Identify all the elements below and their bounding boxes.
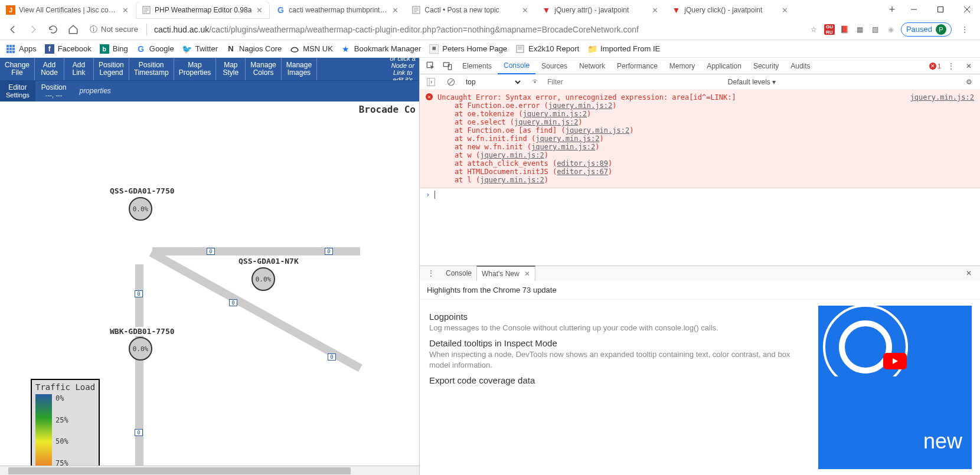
stack-link[interactable]: jquery.min.js:2 [523,110,587,118]
console-filter-input[interactable] [547,78,723,86]
bookmark-item[interactable]: bBing [100,44,128,54]
devtools-tab[interactable]: Audits [785,58,816,74]
log-level-dropdown[interactable]: Default levels ▾ [728,78,776,86]
bookmark-item[interactable]: NNagios Core [226,44,282,54]
device-toolbar-icon[interactable] [440,58,455,74]
bookmark-item[interactable]: 📁Imported From IE [587,44,660,54]
profile-paused-pill[interactable]: Paused P [901,22,952,37]
url-input[interactable]: cacti.hud.ac.uk/cacti/plugins/weathermap… [151,25,805,34]
drawer-tab[interactable]: What's New ✕ [476,266,535,281]
link-badge[interactable]: 0 [135,429,143,436]
wm-toolbar-button[interactable]: MapProperties [174,58,217,80]
wm-toolbar-button[interactable]: PositionTimestamp [129,58,174,80]
stack-link[interactable]: jquery.min.js:2 [566,126,629,135]
browser-tab[interactable]: Cacti • Post a new topic✕ [406,1,535,19]
browser-tab[interactable]: ▼jQuery click() - javatpoint✕ [665,1,795,19]
traffic-legend[interactable]: Traffic Load0%25%50%75%100% [31,379,100,466]
clear-console-icon[interactable] [443,74,459,90]
console-toggle-sidebar-icon[interactable] [423,74,439,90]
bookmark-item[interactable]: fFacebook [45,44,92,54]
whatsnew-content[interactable]: LogpointsLog messages to the Console wit… [420,300,810,476]
stack-link[interactable]: jquery.min.js:2 [514,118,578,126]
link-badge[interactable]: 0 [135,290,143,297]
whatsnew-video-banner[interactable]: new [818,306,972,470]
wm-toolbar-button[interactable]: PositionLegend [94,58,129,80]
browser-tab[interactable]: JView All Certificates | Jisc commu✕ [0,1,136,19]
ext-trello-icon[interactable]: ▦ [855,24,865,35]
devtools-tab[interactable]: Network [573,58,611,74]
browser-tab[interactable]: Gcacti weathermap thumbprints n✕ [270,1,406,19]
devtools-tab[interactable]: Performance [611,58,664,74]
error-source-link[interactable]: jquery.min.js:2 [910,93,974,101]
devtools-tab[interactable]: Sources [535,58,573,74]
home-button[interactable] [65,21,81,38]
ext-acc-icon[interactable]: ▧ [870,24,881,35]
security-indicator[interactable]: ⓘ Not secure [85,24,143,35]
stack-link[interactable]: editor.js:67 [557,168,608,176]
reload-button[interactable] [45,21,61,38]
horizontal-scrollbar[interactable] [0,466,419,475]
stack-link[interactable]: jquery.min.js:2 [480,151,544,159]
stack-link[interactable]: jquery.min.js:2 [548,101,612,110]
back-button[interactable] [5,21,21,38]
ext-pdf-icon[interactable]: 📕 [839,24,850,35]
close-button[interactable] [953,0,980,19]
console-settings-icon[interactable]: ⚙ [961,74,976,90]
link-badge[interactable]: 0 [229,299,237,306]
wm-toolbar-button[interactable]: ManageImages [282,58,317,80]
wm-toolbar2-button[interactable]: Position---, --- [35,81,73,101]
stack-link[interactable]: editor.js:89 [557,159,608,168]
console-output[interactable]: ✕ jquery.min.js:2 Uncaught Error: Syntax… [420,90,980,266]
link-badge[interactable]: 0 [328,353,336,361]
error-count-pill[interactable]: ✕1 [929,63,941,70]
bookmark-item[interactable]: Ex2k10 Report [515,44,579,54]
weathermap-canvas[interactable]: Brocade Co 0000000000QSS-GDA01-77500.0%Q… [0,101,419,466]
bookmark-item[interactable]: MSN UK [290,44,333,54]
tab-close-icon[interactable]: ✕ [524,270,530,278]
node[interactable]: 0.0% [129,197,152,221]
maximize-button[interactable] [927,0,953,19]
wm-toolbar2-button[interactable]: EditorSettings [0,81,35,101]
tab-close-icon[interactable]: ✕ [780,6,789,15]
devtools-tab[interactable]: Application [701,58,747,74]
stack-link[interactable]: jquery.min.js:2 [531,143,595,151]
browser-tab[interactable]: ▼jQuery attr() - javatpoint✕ [535,1,665,19]
drawer-close-icon[interactable]: ✕ [961,266,976,281]
node[interactable]: 0.0% [129,337,152,361]
ext-guru-icon[interactable]: GURU [824,24,835,35]
stack-link[interactable]: jquery.min.js:2 [480,176,544,184]
wm-toolbar-button[interactable]: ManageColors [246,58,281,80]
node[interactable]: 0.0% [251,267,275,291]
drawer-menu-icon[interactable]: ⋮ [423,266,439,281]
browser-tab[interactable]: PHP Weathermap Editor 0.98a✕ [136,1,270,19]
console-error-entry[interactable]: ✕ jquery.min.js:2 Uncaught Error: Syntax… [420,90,980,188]
ext-circle-icon[interactable]: ◉ [886,24,896,35]
tab-close-icon[interactable]: ✕ [391,6,400,15]
chrome-menu-button[interactable]: ⋮ [956,21,973,38]
devtools-tab[interactable]: Memory [664,58,701,74]
wm-toolbar-button[interactable]: MapStyle [216,58,246,80]
devtools-tab[interactable]: Security [747,58,785,74]
bookmark-star-icon[interactable]: ☆ [809,24,819,35]
bookmark-item[interactable]: ▦Peters Home Page [429,44,507,54]
link-badge[interactable]: 0 [207,248,215,255]
devtools-settings-icon[interactable]: ⋮ [943,58,959,74]
tab-close-icon[interactable]: ✕ [521,6,530,15]
wm-toolbar-button[interactable]: AddNode [35,58,64,80]
minimize-button[interactable] [900,0,927,19]
bookmark-item[interactable]: GGoogle [136,44,174,54]
console-prompt[interactable]: › [420,188,980,201]
inspect-element-icon[interactable] [423,58,439,74]
link-badge[interactable]: 0 [325,248,333,255]
drawer-tab[interactable]: Console [441,266,476,281]
wm-toolbar-button[interactable]: ChangeFile [0,58,35,80]
tab-close-icon[interactable]: ✕ [121,6,130,15]
tab-close-icon[interactable]: ✕ [255,6,264,15]
bookmark-item[interactable]: 🐦Twitter [182,44,218,54]
devtools-tab[interactable]: Console [498,58,535,74]
stack-link[interactable]: jquery.min.js:2 [535,135,599,143]
forward-button[interactable] [25,21,41,38]
context-select[interactable]: top [463,77,522,87]
devtools-tab[interactable]: Elements [456,58,498,74]
tab-close-icon[interactable]: ✕ [651,6,659,15]
